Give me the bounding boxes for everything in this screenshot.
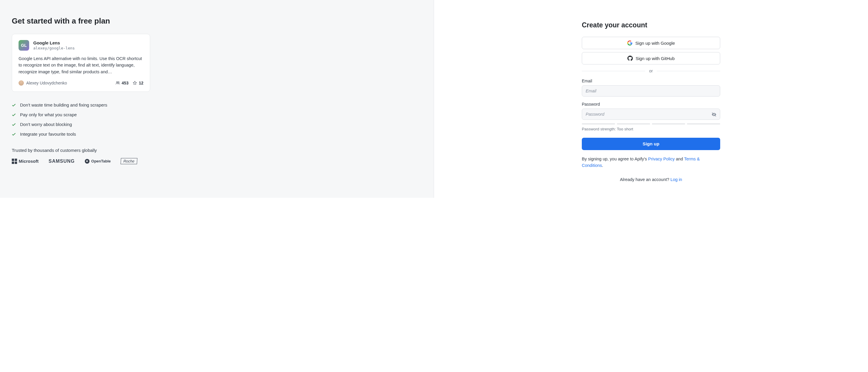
actor-card[interactable]: GL Google Lens alexey/google-lens Google… [12, 34, 150, 92]
signup-form: Create your account Sign up with Google … [582, 21, 720, 186]
google-icon [627, 40, 632, 45]
svg-point-0 [116, 82, 118, 83]
star-icon [132, 81, 137, 85]
users-icon [116, 81, 120, 85]
actor-title-block: Google Lens alexey/google-lens [33, 40, 75, 50]
password-label: Password [582, 102, 720, 106]
actor-author: Alexey Udovydchenko [19, 80, 67, 86]
divider-text: or [649, 69, 653, 73]
actor-description: Google Lens API alternative with no limi… [19, 55, 144, 75]
brand-logos-row: Microsoft SAMSUNG OpenTable Roche [12, 158, 150, 164]
microsoft-label: Microsoft [19, 159, 39, 164]
divider-line-icon [657, 71, 720, 71]
check-icon [12, 132, 16, 136]
marketing-panel: Get started with a free plan GL Google L… [0, 0, 434, 198]
password-field[interactable] [582, 108, 720, 120]
form-title: Create your account [582, 21, 720, 29]
login-link[interactable]: Log in [671, 177, 682, 182]
stars-count: 12 [139, 81, 144, 85]
actor-slug: alexey/google-lens [33, 46, 75, 50]
divider-line-icon [582, 71, 645, 71]
marketing-inner: Get started with a free plan GL Google L… [12, 17, 150, 164]
opentable-label: OpenTable [91, 159, 111, 163]
check-icon [12, 122, 16, 127]
list-item: Pay only for what you scrape [12, 110, 150, 120]
github-signup-label: Sign up with GitHub [636, 56, 675, 61]
benefit-text: Pay only for what you scrape [20, 112, 77, 117]
legal-text: By signing up, you agree to Apify's Priv… [582, 156, 720, 169]
email-label: Email [582, 79, 720, 83]
list-item: Don't waste time building and fixing scr… [12, 100, 150, 110]
author-name: Alexey Udovydchenko [26, 81, 67, 85]
password-wrapper [582, 108, 720, 123]
password-strength-meter [582, 123, 720, 124]
users-metric: 453 [116, 81, 128, 85]
actor-metrics: 453 12 [116, 81, 144, 85]
actor-footer: Alexey Udovydchenko 453 12 [19, 80, 144, 86]
or-divider: or [582, 69, 720, 73]
trusted-caption: Trusted by thousands of customers global… [12, 148, 150, 153]
github-icon [627, 56, 633, 61]
microsoft-logo-icon: Microsoft [12, 159, 38, 164]
signup-button[interactable]: Sign up [582, 138, 720, 150]
page-headline: Get started with a free plan [12, 17, 150, 26]
google-signup-button[interactable]: Sign up with Google [582, 37, 720, 49]
list-item: Integrate your favourite tools [12, 129, 150, 139]
author-avatar-icon [19, 80, 24, 86]
privacy-policy-link[interactable]: Privacy Policy [648, 157, 675, 161]
roche-logo-icon: Roche [120, 158, 137, 164]
check-icon [12, 103, 16, 107]
benefits-list: Don't waste time building and fixing scr… [12, 100, 150, 139]
list-item: Don't worry about blocking [12, 120, 150, 129]
eye-off-icon [711, 112, 717, 117]
login-prompt: Already have an account? Log in [582, 177, 720, 182]
samsung-logo-icon: SAMSUNG [49, 159, 75, 164]
actor-logo-icon: GL [19, 40, 29, 51]
github-signup-button[interactable]: Sign up with GitHub [582, 52, 720, 64]
toggle-password-button[interactable] [711, 111, 717, 119]
benefit-text: Integrate your favourite tools [20, 131, 76, 136]
check-icon [12, 113, 16, 117]
svg-point-1 [118, 82, 119, 83]
stars-metric: 12 [132, 81, 144, 85]
benefit-text: Don't worry about blocking [20, 122, 72, 127]
signup-form-panel: Create your account Sign up with Google … [434, 0, 868, 198]
google-signup-label: Sign up with Google [636, 41, 675, 45]
actor-card-header: GL Google Lens alexey/google-lens [19, 40, 144, 51]
email-field[interactable] [582, 85, 720, 96]
opentable-logo-icon: OpenTable [85, 159, 111, 164]
benefit-text: Don't waste time building and fixing scr… [20, 102, 107, 107]
actor-title: Google Lens [33, 40, 75, 45]
users-count: 453 [122, 81, 128, 85]
signup-page: Get started with a free plan GL Google L… [0, 0, 868, 198]
password-strength-text: Password strength: Too short [582, 127, 720, 131]
